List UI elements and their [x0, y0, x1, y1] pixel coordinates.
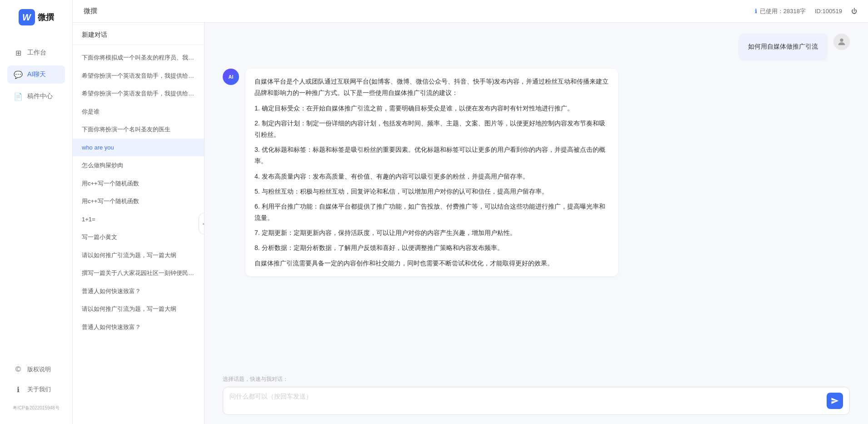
history-item[interactable]: 普通人如何快速致富？: [73, 318, 204, 336]
chat-area: 如何用自媒体做推广引流 AI 自媒体平台是个人或团队通过互联网平台(如博客、微博…: [205, 23, 868, 424]
workspace-icon: ⊞: [14, 48, 23, 57]
icp-text: 粤ICP备2022015948号: [7, 401, 65, 415]
ai-text-8: 8. 分析数据：定期分析数据，了解用户反馈和喜好，以便调整推广策略和内容发布频率…: [254, 242, 609, 254]
nav-items: ⊞ 工作台 💬 AI聊天 📄 稿件中心: [0, 44, 72, 361]
main-area: 微撰 ℹ 已使用：28318字 ID:100519 ⏻ 新建对话 下面你将模拟成…: [73, 0, 868, 424]
user-message-text: 如何用自媒体做推广引流: [748, 43, 818, 50]
sidebar-item-ai-chat[interactable]: 💬 AI聊天: [7, 65, 65, 84]
history-item[interactable]: 你是谁: [73, 103, 204, 121]
user-message-bubble: 如何用自媒体做推广引流: [739, 34, 827, 60]
chat-messages: 如何用自媒体做推广引流 AI 自媒体平台是个人或团队通过互联网平台(如博客、微博…: [205, 23, 868, 370]
ai-avatar: AI: [223, 69, 239, 85]
history-item[interactable]: 1+1=: [73, 210, 204, 229]
user-id: ID:100519: [815, 8, 842, 15]
history-list: 下面你将模拟成一个叫圣友的程序员、我说... 希望你扮演一个英语发音助手，我提供…: [73, 45, 204, 424]
copyright-label: 版权说明: [27, 365, 51, 374]
ai-text-6: 6. 利用平台推广功能：自媒体平台都提供了推广功能，如广告投放、付费推广等，可以…: [254, 201, 609, 224]
ai-text-1: 1. 确定目标受众：在开始自媒体推广引流之前，需要明确目标受众是谁，以便在发布内…: [254, 103, 609, 114]
nav-footer: © 版权说明 ℹ 关于我们 粤ICP备2022015948号: [0, 361, 72, 415]
ai-text-2: 2. 制定内容计划：制定一份详细的内容计划，包括发布时间、频率、主题、文案、图片…: [254, 118, 609, 140]
ai-text-intro: 自媒体平台是个人或团队通过互联网平台(如博客、微博、微信公众号、抖音、快手等)发…: [254, 76, 609, 99]
history-item[interactable]: 下面你将模拟成一个叫圣友的程序员、我说...: [73, 49, 204, 67]
ai-text-4: 4. 发布高质量内容：发布高质量、有价值、有趣的内容可以吸引更多的粉丝，并提高用…: [254, 171, 609, 182]
history-item[interactable]: 希望你扮演一个英语发音助手，我提供给你...: [73, 67, 204, 85]
logout-button[interactable]: ⏻: [851, 8, 857, 15]
history-item[interactable]: 普通人如何快速致富？: [73, 282, 204, 300]
ai-message-row: AI 自媒体平台是个人或团队通过互联网平台(如博客、微博、微信公众号、抖音、快手…: [223, 69, 850, 276]
chat-input-area: 选择话题，快速与我对话：: [205, 370, 868, 424]
logo-icon: W: [19, 9, 35, 25]
ai-chat-label: AI聊天: [27, 70, 46, 79]
copyright-icon: ©: [14, 365, 23, 374]
input-box-wrapper: [223, 387, 850, 415]
history-item[interactable]: 撰写一篇关于八大家花园社区一刻钟便民生...: [73, 264, 204, 282]
content-area: 新建对话 下面你将模拟成一个叫圣友的程序员、我说... 希望你扮演一个英语发音助…: [73, 23, 868, 424]
app-title: 微撰: [38, 12, 54, 23]
send-icon: [831, 397, 839, 405]
top-bar-title: 微撰: [84, 7, 97, 15]
ai-text-3: 3. 优化标题和标签：标题和标签是吸引粉丝的重要因素。优化标题和标签可以让更多的…: [254, 144, 609, 167]
history-sidebar: 新建对话 下面你将模拟成一个叫圣友的程序员、我说... 希望你扮演一个英语发音助…: [73, 23, 205, 424]
top-bar-right: ℹ 已使用：28318字 ID:100519 ⏻: [755, 7, 857, 15]
sidebar-item-drafts[interactable]: 📄 稿件中心: [7, 87, 65, 105]
ai-message-bubble: 自媒体平台是个人或团队通过互联网平台(如博客、微博、微信公众号、抖音、快手等)发…: [245, 69, 618, 276]
usage-label: 已使用：28318字: [760, 7, 806, 15]
user-avatar: [833, 34, 850, 50]
quick-topics-label: 选择话题，快速与我对话：: [223, 375, 850, 383]
history-item[interactable]: 希望你扮演一个英语发音助手，我提供给你...: [73, 85, 204, 103]
history-item[interactable]: 请以如何推广引流为题，写一篇大纲: [73, 300, 204, 318]
ai-text-conclusion: 自媒体推广引流需要具备一定的内容创作和社交能力，同时也需要不断尝试和优化，才能取…: [254, 258, 609, 269]
about-item[interactable]: ℹ 关于我们: [7, 381, 65, 398]
history-item[interactable]: 写一篇小黄文: [73, 228, 204, 246]
drafts-icon: 📄: [14, 92, 23, 101]
history-item[interactable]: 怎么做狗屎炒肉: [73, 156, 204, 175]
history-item[interactable]: 用c++写一个随机函数: [73, 192, 204, 210]
copyright-item[interactable]: © 版权说明: [7, 361, 65, 378]
drafts-label: 稿件中心: [27, 92, 53, 100]
sidebar-item-workspace[interactable]: ⊞ 工作台: [7, 44, 65, 62]
top-bar: 微撰 ℹ 已使用：28318字 ID:100519 ⏻: [73, 0, 868, 23]
new-chat-header[interactable]: 新建对话: [73, 23, 204, 45]
svg-point-0: [840, 39, 843, 42]
ai-text-5: 5. 与粉丝互动：积极与粉丝互动，回复评论和私信，可以增加用户对你的认可和信任，…: [254, 186, 609, 197]
collapse-sidebar-button[interactable]: ◀: [199, 213, 205, 234]
history-item[interactable]: 请以如何推广引流为题，写一篇大纲: [73, 246, 204, 264]
history-item-active[interactable]: who are you: [73, 139, 204, 157]
about-label: 关于我们: [27, 385, 51, 394]
about-icon: ℹ: [14, 385, 23, 394]
workspace-label: 工作台: [27, 49, 46, 57]
logo-area: W 微撰: [19, 9, 54, 25]
history-item[interactable]: 下面你将扮演一个名叫圣友的医生: [73, 120, 204, 139]
history-item[interactable]: 用c++写一个随机函数: [73, 175, 204, 193]
info-icon: ℹ: [755, 8, 757, 15]
usage-display: ℹ 已使用：28318字: [755, 7, 806, 15]
left-navigation: W 微撰 ⊞ 工作台 💬 AI聊天 📄 稿件中心 © 版权说明 ℹ 关于我们 粤…: [0, 0, 73, 424]
ai-text-7: 7. 定期更新：定期更新内容，保持活跃度，可以让用户对你的内容产生兴趣，增加用户…: [254, 227, 609, 239]
chat-input[interactable]: [229, 392, 822, 410]
send-button[interactable]: [827, 393, 843, 409]
chat-icon: 💬: [14, 70, 23, 79]
user-message-row: 如何用自媒体做推广引流: [223, 34, 850, 60]
